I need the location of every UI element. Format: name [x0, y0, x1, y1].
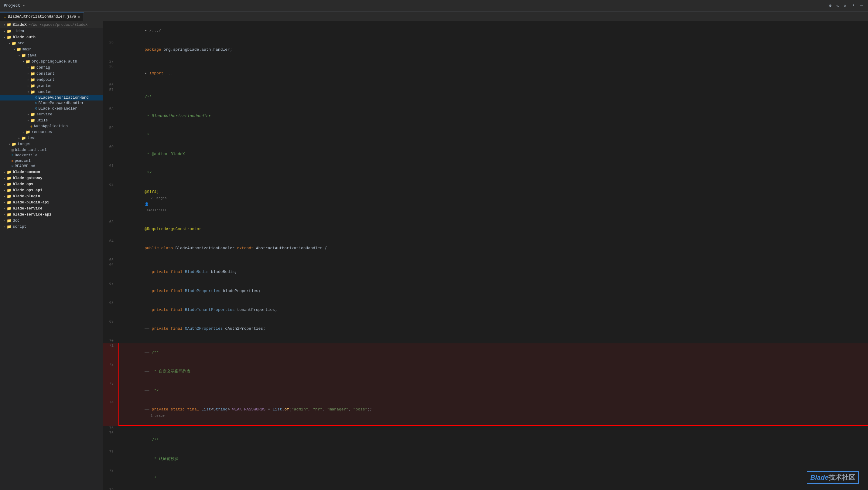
- sidebar-item-blade-plugin-api[interactable]: ▸ 📁 blade-plugin-api: [0, 199, 103, 205]
- pkg-arrow: ▾: [21, 60, 26, 63]
- close-icon[interactable]: ✕: [842, 2, 848, 9]
- interface-icon-2: ©: [35, 101, 37, 105]
- sidebar-item-blade-auth[interactable]: ▾ 📁 blade-auth: [0, 34, 103, 40]
- sidebar-item-blade-plugin[interactable]: ▸ 📁 blade-plugin: [0, 193, 103, 199]
- sidebar-item-pom[interactable]: m pom.xml: [0, 158, 103, 164]
- sidebar-item-granter[interactable]: ▸ 📁 granter: [0, 83, 103, 89]
- editor-area[interactable]: ▸ /.../ 26 package org.springblade.auth.…: [103, 21, 868, 490]
- sidebar-item-java[interactable]: ▾ 📁 java: [0, 53, 103, 59]
- bth-label: BladeTokenHandler: [38, 106, 78, 111]
- project-chevron[interactable]: ▾: [23, 3, 25, 8]
- code-line-56: 56: [103, 83, 868, 88]
- sidebar-item-iml[interactable]: ▤ blade-auth.iml: [0, 147, 103, 153]
- sidebar-item-dockerfile[interactable]: ≡ Dockerfile: [0, 153, 103, 158]
- tab-label: BladeAuthorizationHandler.java: [8, 14, 76, 19]
- code-content: ▸ /.../ 26 package org.springblade.auth.…: [103, 21, 868, 490]
- tab-blade-authorization-handler[interactable]: ☕ BladeAuthorizationHandler.java ✕: [0, 12, 84, 21]
- sidebar-item-blade-gateway[interactable]: ▸ 📁 blade-gateway: [0, 175, 103, 181]
- readme-icon: M: [11, 165, 14, 168]
- sidebar-item-service[interactable]: ▸ 📁 service: [0, 111, 103, 118]
- sidebar-item-main[interactable]: ▾ 📁 main: [0, 46, 103, 53]
- handler-label: handler: [36, 90, 53, 94]
- granter-folder-icon: 📁: [30, 84, 35, 88]
- watermark: Blade技术社区: [807, 471, 859, 484]
- bc-folder-icon: 📁: [7, 170, 11, 174]
- tab-close-button[interactable]: ✕: [78, 15, 80, 19]
- project-title[interactable]: Project ▾: [4, 3, 25, 8]
- sidebar-item-blade-ops-api[interactable]: ▸ 📁 blade-ops-api: [0, 187, 103, 193]
- java-arrow: ▾: [17, 54, 21, 57]
- sidebar-item-endpoint[interactable]: ▸ 📁 endpoint: [0, 77, 103, 83]
- bpa-arrow: ▸: [2, 201, 7, 204]
- code-line-26: 26 package org.springblade.auth.handler;: [103, 40, 868, 59]
- more-icon[interactable]: ⋮: [850, 2, 857, 9]
- sidebar-item-blade-service-api[interactable]: ▸ 📁 blade-service-api: [0, 211, 103, 218]
- sidebar-root[interactable]: ▾ 📁 BladeX ~/Workspaces/product/BladeX: [0, 21, 103, 28]
- pom-icon: m: [11, 159, 14, 163]
- tab-bar: ☕ BladeAuthorizationHandler.java ✕: [0, 11, 868, 21]
- java-folder-icon: 📁: [21, 53, 26, 58]
- constant-label: constant: [36, 72, 55, 76]
- config-arrow: ▸: [26, 66, 30, 69]
- sidebar-item-script[interactable]: ▸ 📁 script: [0, 224, 103, 230]
- utils-arrow: ▸: [26, 119, 30, 122]
- bs-arrow: ▸: [2, 207, 7, 210]
- root-label: BladeX: [12, 23, 27, 27]
- blade-auth-label: blade-auth: [13, 35, 35, 39]
- sidebar-item-constant[interactable]: ▸ 📁 constant: [0, 71, 103, 77]
- code-line-77: 77 —— * 认证前校验: [103, 450, 868, 468]
- sidebar-item-blade-token-handler[interactable]: © BladeTokenHandler: [0, 106, 103, 111]
- sidebar-item-utils[interactable]: ▸ 📁 utils: [0, 118, 103, 124]
- sidebar-item-handler[interactable]: ▾ 📁 handler: [0, 89, 103, 95]
- pkg-folder-icon: 📁: [26, 59, 30, 64]
- test-arrow: ▸: [17, 136, 21, 140]
- sort-icon[interactable]: ⇅: [835, 2, 840, 9]
- service-label: service: [36, 112, 53, 117]
- src-folder-icon: 📁: [11, 41, 17, 46]
- target-arrow: ▾: [7, 142, 11, 146]
- granter-label: granter: [36, 84, 53, 88]
- sidebar-item-blade-ops[interactable]: ▸ 📁 blade-ops: [0, 181, 103, 187]
- sidebar-item-doc[interactable]: ▸ 📁 doc: [0, 218, 103, 224]
- bc-label: blade-common: [13, 170, 40, 174]
- java-file-icon: ☕: [4, 15, 6, 19]
- sidebar-item-readme[interactable]: M README.md: [0, 164, 103, 169]
- iml-icon: ▤: [11, 148, 14, 152]
- sidebar-item-idea[interactable]: ▸ 📁 .idea: [0, 28, 103, 34]
- sidebar-item-test[interactable]: ▸ 📁 test: [0, 135, 103, 141]
- watermark-suffix: 技术社区: [829, 473, 855, 481]
- endpoint-folder-icon: 📁: [30, 77, 35, 82]
- sidebar-item-blade-common[interactable]: ▸ 📁 blade-common: [0, 169, 103, 175]
- bah-label: BladeAuthorizationHand: [38, 96, 89, 100]
- script-arrow: ▸: [2, 225, 7, 229]
- minimize-icon[interactable]: ─: [859, 2, 864, 9]
- bsa-arrow: ▸: [2, 213, 7, 217]
- sidebar-item-auth-application[interactable]: ⚙ AuthApplication: [0, 124, 103, 129]
- sidebar-item-blade-service[interactable]: ▸ 📁 blade-service: [0, 205, 103, 211]
- root-arrow: ▾: [2, 23, 7, 27]
- pkg-label: org.springblade.auth: [32, 60, 77, 64]
- code-line-75: 75: [103, 426, 868, 431]
- sidebar-item-pkg[interactable]: ▾ 📁 org.springblade.auth: [0, 59, 103, 65]
- sidebar-item-config[interactable]: ▸ 📁 config: [0, 65, 103, 71]
- sidebar-item-src[interactable]: ▾ 📁 src: [0, 40, 103, 46]
- add-icon[interactable]: ⊕: [827, 2, 833, 9]
- bpa-folder-icon: 📁: [7, 200, 11, 205]
- root-folder-icon: 📁: [7, 23, 11, 27]
- src-label: src: [18, 41, 25, 45]
- handler-folder-icon: 📁: [30, 90, 35, 94]
- code-line-71: 71 —— /**: [103, 344, 868, 362]
- sidebar: ▾ 📁 BladeX ~/Workspaces/product/BladeX ▸…: [0, 21, 103, 490]
- sidebar-item-blade-auth-handler[interactable]: © BladeAuthorizationHand: [0, 95, 103, 100]
- pom-label: pom.xml: [15, 159, 31, 163]
- idea-folder-icon: 📁: [7, 29, 11, 34]
- constant-arrow: ▸: [26, 72, 30, 75]
- test-label: test: [27, 136, 36, 140]
- bp-label: blade-plugin: [13, 194, 40, 199]
- sidebar-item-blade-password-handler[interactable]: © BladePasswordHandler: [0, 100, 103, 106]
- endpoint-label: endpoint: [36, 78, 55, 82]
- bp-folder-icon: 📁: [7, 194, 11, 199]
- sidebar-item-resources[interactable]: ▸ 📁 resources: [0, 129, 103, 135]
- src-arrow: ▾: [7, 42, 11, 45]
- sidebar-item-target[interactable]: ▾ 📁 target: [0, 141, 103, 147]
